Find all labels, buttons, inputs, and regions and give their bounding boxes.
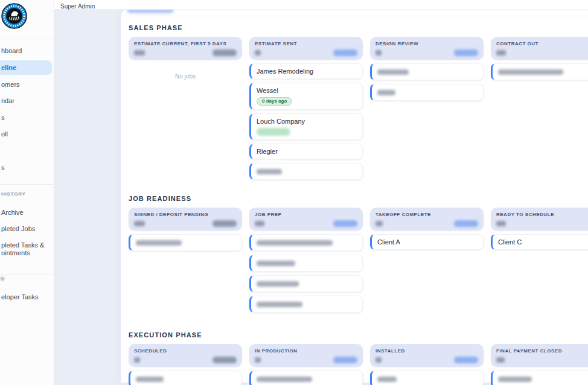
column-header: READY TO SCHEDULE: [491, 208, 588, 231]
column-ready-to-schedule: READY TO SCHEDULE Client C: [491, 208, 588, 250]
sidebar-divider: [0, 39, 54, 39]
job-card-label-redacted: [257, 261, 295, 266]
job-card-label-redacted: [257, 240, 333, 246]
job-card-redacted[interactable]: [249, 163, 363, 180]
column-takeoff-complete: TAKEOFF COMPLETE Client A: [370, 208, 484, 250]
column-header: INSTALLED: [370, 344, 484, 367]
column-header: SIGNED / DEPOSIT PENDING: [129, 208, 242, 231]
column-scheduled: SCHEDULED: [129, 344, 242, 385]
execution-phase-columns: SCHEDULED IN PRODUCTI: [129, 344, 588, 385]
job-count-redacted: [255, 221, 264, 226]
column-title: ESTIMATE CURRENT, FIRST 5 DAYS: [134, 41, 237, 46]
column-title: IN PRODUCTION: [255, 348, 357, 354]
section-title-execution-phase: EXECUTION PHASE: [129, 331, 588, 339]
header-badge-redacted: [454, 220, 478, 227]
column-estimate-sent: ESTIMATE SENT James Remodeling Wessel 0 …: [249, 37, 363, 180]
sidebar-item-completed-tasks-appointments[interactable]: pleted Tasks & ointments: [0, 238, 48, 261]
header-badge-redacted: [213, 357, 237, 363]
sidebar: hboard eline omers ndar s oll s HISTORY …: [0, 0, 54, 385]
sidebar-item-completed-jobs[interactable]: pleted Jobs: [0, 221, 52, 236]
card-list: [370, 63, 484, 101]
job-card-label-redacted: [377, 69, 409, 75]
column-title: CONTRACT OUT: [496, 41, 588, 46]
days-ago-badge-redacted: [257, 128, 290, 136]
sidebar-item-archive[interactable]: Archive: [0, 205, 52, 220]
column-header: DESIGN REVIEW: [370, 37, 484, 60]
column-installed: INSTALLED: [370, 344, 484, 385]
job-card-label-redacted: [257, 281, 299, 287]
job-card-redacted[interactable]: [370, 371, 484, 385]
sidebar-item-truncated[interactable]: s: [0, 161, 52, 175]
column-title: INSTALLED: [375, 348, 478, 354]
job-card-redacted[interactable]: [370, 63, 484, 80]
job-card[interactable]: Louch Company: [249, 113, 363, 140]
card-list: Client C: [491, 234, 588, 250]
header-badge-redacted: [454, 49, 478, 56]
job-card-label: Wessel: [257, 87, 357, 94]
column-header: IN PRODUCTION: [249, 344, 363, 367]
sidebar-item-pipeline[interactable]: eline: [0, 60, 52, 75]
card-list: James Remodeling Wessel 0 days ago Louch…: [249, 63, 363, 180]
job-card-label: Louch Company: [257, 118, 357, 125]
job-card-redacted[interactable]: [249, 234, 363, 251]
days-ago-badge: 0 days ago: [257, 97, 292, 106]
sidebar-divider: [0, 275, 54, 275]
top-bar: Super Admin: [54, 0, 588, 10]
job-card-redacted[interactable]: [249, 275, 363, 292]
header-badge-redacted: [333, 357, 357, 363]
job-count-redacted: [134, 221, 145, 226]
job-card[interactable]: Client C: [491, 234, 588, 250]
job-card[interactable]: Client A: [370, 234, 484, 250]
header-badge-redacted: [213, 49, 237, 56]
card-list: [249, 234, 363, 313]
column-title: JOB PREP: [255, 212, 357, 217]
card-list: [129, 234, 242, 251]
column-title: ESTIMATE SENT: [255, 41, 357, 46]
job-card-redacted[interactable]: [129, 234, 242, 251]
column-header: ESTIMATE CURRENT, FIRST 5 DAYS: [129, 37, 242, 60]
job-count-redacted: [375, 221, 383, 226]
card-list: [491, 63, 588, 80]
job-count-redacted: [255, 357, 261, 363]
sidebar-item-calendar[interactable]: ndar: [0, 94, 52, 108]
job-card-redacted[interactable]: [129, 371, 242, 385]
job-card-redacted[interactable]: [491, 63, 588, 80]
sidebar-item-customers[interactable]: omers: [0, 77, 52, 92]
job-card[interactable]: James Remodeling: [249, 63, 363, 79]
job-card-label-redacted: [498, 377, 532, 382]
sidebar-item-developer-tasks[interactable]: eloper Tasks: [0, 290, 52, 304]
job-card[interactable]: Riegier: [249, 144, 363, 159]
column-title: TAKEOFF COMPLETE: [375, 212, 478, 217]
column-design-review: DESIGN REVIEW: [370, 37, 484, 101]
empty-column-note: No jobs: [129, 73, 242, 80]
column-in-production: IN PRODUCTION: [249, 344, 363, 385]
job-card-redacted[interactable]: [249, 296, 363, 313]
sidebar-item-jobs[interactable]: s: [0, 110, 52, 125]
sales-phase-columns: ESTIMATE CURRENT, FIRST 5 DAYS No jobs E…: [129, 37, 588, 180]
job-card-label-redacted: [136, 240, 182, 246]
column-signed-deposit-pending: SIGNED / DEPOSIT PENDING: [129, 208, 242, 251]
card-list: [129, 371, 242, 385]
job-card-label-redacted: [377, 377, 397, 382]
job-card-redacted[interactable]: [491, 371, 588, 385]
card-list: Client A: [370, 234, 484, 250]
header-badge-redacted: [333, 220, 357, 227]
job-count-redacted: [255, 50, 261, 56]
job-card-redacted[interactable]: [249, 255, 363, 272]
job-card-redacted[interactable]: [370, 84, 484, 101]
column-title: SIGNED / DEPOSIT PENDING: [134, 212, 237, 217]
job-card[interactable]: Wessel 0 days ago: [249, 83, 363, 110]
column-header: ESTIMATE SENT: [249, 37, 363, 60]
job-card-label-redacted: [257, 302, 302, 307]
job-count-redacted: [134, 357, 140, 363]
company-logo-icon[interactable]: [1, 3, 27, 29]
column-title: READY TO SCHEDULE: [496, 212, 588, 217]
column-contract-out: CONTRACT OUT: [491, 37, 588, 80]
sidebar-item-dashboard[interactable]: hboard: [0, 43, 52, 58]
job-card-label: Client A: [377, 238, 478, 246]
job-card-redacted[interactable]: [249, 371, 363, 385]
sidebar-item-payroll[interactable]: oll: [0, 127, 52, 141]
job-count-redacted: [496, 357, 505, 363]
column-header: CONTRACT OUT: [491, 37, 588, 60]
job-card-label: Riegier: [257, 148, 357, 155]
